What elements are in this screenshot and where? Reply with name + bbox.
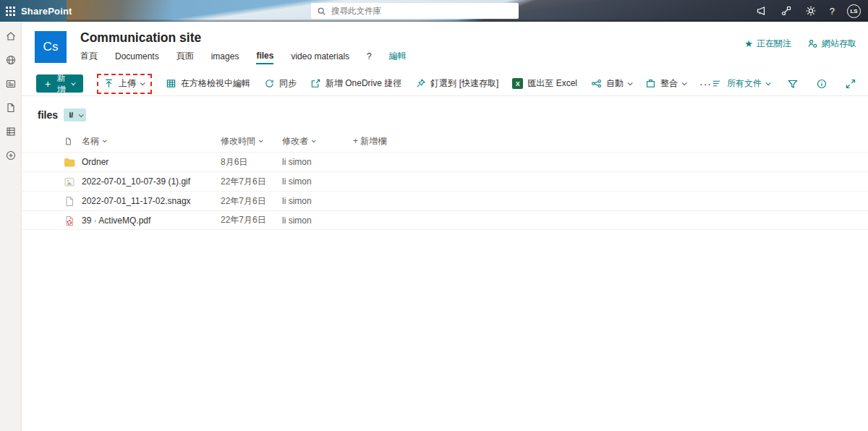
search-icon bbox=[317, 7, 326, 16]
modified-date: 22年7月6日 bbox=[221, 214, 282, 226]
nav-tab-video-materials[interactable]: video materials bbox=[291, 51, 349, 64]
modified-by[interactable]: li simon bbox=[282, 157, 353, 167]
filter-funnel-icon bbox=[787, 78, 799, 90]
nav-tab-documents[interactable]: Documents bbox=[115, 51, 159, 64]
follow-button[interactable]: ★ 正在關注 bbox=[744, 38, 791, 50]
nav-tab-images[interactable]: images bbox=[211, 51, 239, 64]
details-button[interactable] bbox=[816, 78, 827, 90]
annotation-upload-highlight: 上傳 bbox=[97, 74, 152, 94]
site-nav: 首頁 Documents 頁面 images files video mater… bbox=[80, 50, 407, 64]
folder-icon bbox=[64, 157, 75, 167]
modified-by[interactable]: li simon bbox=[282, 176, 353, 187]
pin-icon bbox=[415, 78, 426, 89]
globe-icon[interactable] bbox=[5, 54, 17, 66]
add-onedrive-shortcut-button[interactable]: 新增 OneDrive 捷徑 bbox=[310, 77, 401, 90]
suite-bar-brand: SharePoint bbox=[0, 0, 67, 22]
name-column-header[interactable]: 名稱 bbox=[82, 135, 221, 148]
app-name[interactable]: SharePoint bbox=[21, 6, 72, 17]
site-title[interactable]: Communication site bbox=[80, 31, 407, 45]
site-access-label: 網站存取 bbox=[822, 38, 856, 50]
left-rail bbox=[0, 22, 22, 431]
search-input[interactable] bbox=[331, 7, 513, 15]
add-column-button[interactable]: + 新增欄 bbox=[353, 135, 386, 148]
integrate-icon bbox=[645, 78, 656, 89]
chevron-down-icon bbox=[682, 81, 687, 86]
chevron-down-icon bbox=[103, 139, 107, 143]
app-launcher-icon[interactable] bbox=[6, 7, 15, 16]
chevron-down-icon bbox=[628, 81, 633, 86]
nav-edit-link[interactable]: 編輯 bbox=[389, 50, 407, 64]
grid-icon bbox=[166, 78, 176, 89]
pin-to-quick-access-button[interactable]: 釘選到 [快速存取] bbox=[415, 77, 498, 90]
modified-by-column-header[interactable]: 修改者 bbox=[282, 135, 353, 148]
file-name[interactable]: 2022-07-01_11-17-02.snagx bbox=[82, 196, 221, 206]
follow-label: 正在關注 bbox=[757, 38, 791, 50]
modified-column-header[interactable]: 修改時間 bbox=[221, 135, 282, 148]
sync-icon bbox=[264, 78, 275, 89]
new-button[interactable]: + 新增 bbox=[36, 74, 83, 93]
nav-tab-pages[interactable]: 頁面 bbox=[176, 50, 194, 64]
chevron-down-icon bbox=[766, 81, 771, 86]
site-access-button[interactable]: 網站存取 bbox=[807, 38, 856, 50]
fullscreen-button[interactable] bbox=[845, 78, 856, 90]
chevron-down-icon bbox=[259, 139, 263, 143]
suite-bar-actions: ? LS bbox=[756, 0, 861, 22]
generic-file-icon bbox=[64, 196, 75, 206]
integrate-button[interactable]: 整合 bbox=[645, 77, 686, 90]
site-header: Cs Communication site 首頁 Documents 頁面 im… bbox=[22, 22, 868, 64]
modified-date: 22年7月6日 bbox=[221, 176, 282, 188]
news-icon[interactable] bbox=[5, 78, 17, 90]
upload-icon bbox=[103, 78, 114, 89]
help-icon[interactable]: ? bbox=[830, 6, 835, 17]
upload-button[interactable]: 上傳 bbox=[103, 77, 144, 90]
document-list: 名稱 修改時間 修改者 + 新增欄 Ordner 8月6日 li simon bbox=[22, 130, 868, 230]
announcement-icon[interactable] bbox=[756, 5, 768, 17]
file-type-column-header[interactable] bbox=[64, 137, 82, 146]
filter-button[interactable] bbox=[787, 78, 799, 90]
table-row[interactable]: 39 · ActiveMQ.pdf 22年7月6日 li simon bbox=[22, 210, 868, 230]
shortcut-icon bbox=[310, 78, 321, 89]
image-file-icon bbox=[64, 176, 75, 187]
chevron-down-icon bbox=[140, 80, 145, 85]
pages-icon[interactable] bbox=[5, 102, 17, 114]
home-icon[interactable] bbox=[5, 30, 17, 42]
chevron-down-icon bbox=[79, 112, 84, 117]
search-box[interactable] bbox=[311, 3, 519, 19]
export-to-excel-button[interactable]: X 匯出至 Excel bbox=[512, 77, 577, 90]
file-name[interactable]: Ordner bbox=[82, 157, 221, 167]
suite-bar: SharePoint ? LS bbox=[0, 0, 868, 22]
site-access-icon bbox=[807, 38, 818, 49]
more-commands-button[interactable]: ··· bbox=[699, 78, 712, 90]
file-name[interactable]: 39 · ActiveMQ.pdf bbox=[82, 216, 221, 226]
library-icon[interactable] bbox=[5, 126, 17, 137]
chevron-down-icon bbox=[72, 81, 76, 85]
file-name[interactable]: 2022-07-01_10-07-39 (1).gif bbox=[82, 176, 221, 187]
nav-tab-files[interactable]: files bbox=[256, 51, 273, 64]
library-view-options-button[interactable] bbox=[64, 108, 86, 121]
chevron-down-icon bbox=[312, 139, 316, 143]
sync-button[interactable]: 同步 bbox=[264, 77, 297, 90]
command-bar: + 新增 上傳 在方格檢視中編輯 bbox=[22, 72, 868, 96]
site-logo[interactable]: Cs bbox=[35, 31, 67, 63]
edit-grid-view-button[interactable]: 在方格檢視中編輯 bbox=[166, 77, 250, 90]
table-row[interactable]: Ordner 8月6日 li simon bbox=[22, 152, 868, 171]
view-list-icon bbox=[712, 78, 723, 89]
view-selector-button[interactable]: 所有文件 bbox=[712, 77, 770, 90]
modified-by[interactable]: li simon bbox=[282, 216, 353, 226]
nav-tab-home[interactable]: 首頁 bbox=[80, 50, 98, 64]
avatar[interactable]: LS bbox=[847, 4, 861, 18]
pdf-file-icon bbox=[64, 216, 75, 226]
nav-tab-question[interactable]: ? bbox=[367, 51, 372, 64]
automate-button[interactable]: 自動 bbox=[591, 77, 631, 90]
main-content: Cs Communication site 首頁 Documents 頁面 im… bbox=[22, 22, 868, 431]
table-header: 名稱 修改時間 修改者 + 新增欄 bbox=[22, 130, 868, 152]
modified-by[interactable]: li simon bbox=[282, 196, 353, 206]
settings-gear-icon[interactable] bbox=[805, 5, 817, 17]
modified-date: 22年7月6日 bbox=[221, 195, 282, 208]
table-row[interactable]: 2022-07-01_10-07-39 (1).gif 22年7月6日 li s… bbox=[22, 171, 868, 191]
create-icon[interactable] bbox=[5, 150, 17, 161]
feed-icon[interactable] bbox=[780, 5, 793, 17]
star-icon: ★ bbox=[744, 39, 753, 48]
table-row[interactable]: 2022-07-01_11-17-02.snagx 22年7月6日 li sim… bbox=[22, 191, 868, 210]
library-title: files bbox=[38, 109, 58, 121]
